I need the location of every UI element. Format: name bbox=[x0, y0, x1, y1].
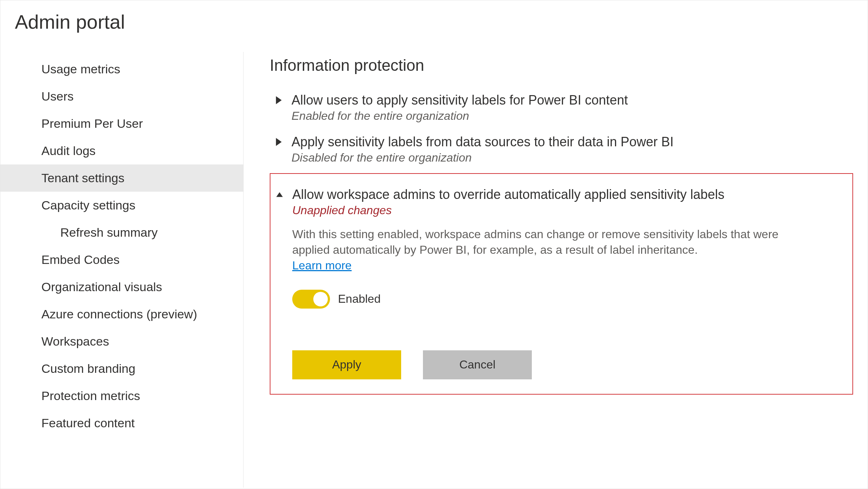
sidebar: Usage metrics Users Premium Per User Aud… bbox=[0, 52, 244, 488]
setting-content: Apply sensitivity labels from data sourc… bbox=[284, 134, 853, 164]
setting-status: Enabled for the entire organization bbox=[292, 109, 853, 123]
chevron-right-icon bbox=[273, 96, 284, 104]
section-title: Information protection bbox=[270, 56, 853, 74]
button-row: Apply Cancel bbox=[292, 350, 845, 379]
setting-status: Disabled for the entire organization bbox=[292, 151, 853, 164]
sidebar-item-tenant-settings[interactable]: Tenant settings bbox=[0, 164, 243, 192]
page-title: Admin portal bbox=[0, 0, 868, 33]
setting-description-text: With this setting enabled, workspace adm… bbox=[292, 228, 778, 256]
toggle-row: Enabled bbox=[292, 290, 845, 309]
apply-button[interactable]: Apply bbox=[292, 350, 401, 379]
sidebar-item-capacity-settings[interactable]: Capacity settings bbox=[0, 192, 243, 219]
setting-content: Allow workspace admins to override autom… bbox=[285, 187, 845, 379]
chevron-right-icon bbox=[273, 138, 284, 146]
setting-status-unapplied: Unapplied changes bbox=[292, 204, 845, 217]
setting-title: Allow workspace admins to override autom… bbox=[292, 187, 845, 202]
sidebar-item-workspaces[interactable]: Workspaces bbox=[0, 328, 243, 355]
sidebar-item-usage-metrics[interactable]: Usage metrics bbox=[0, 56, 243, 83]
sidebar-item-featured-content[interactable]: Featured content bbox=[0, 409, 243, 437]
setting-row-data-sources[interactable]: Apply sensitivity labels from data sourc… bbox=[270, 129, 853, 170]
sidebar-item-embed-codes[interactable]: Embed Codes bbox=[0, 246, 243, 273]
sidebar-item-protection-metrics[interactable]: Protection metrics bbox=[0, 382, 243, 409]
enabled-toggle[interactable] bbox=[292, 290, 330, 309]
sidebar-item-organizational-visuals[interactable]: Organizational visuals bbox=[0, 273, 243, 301]
learn-more-link[interactable]: Learn more bbox=[292, 259, 352, 272]
setting-title: Apply sensitivity labels from data sourc… bbox=[292, 134, 853, 150]
sidebar-item-users[interactable]: Users bbox=[0, 83, 243, 110]
setting-row-apply-labels[interactable]: Allow users to apply sensitivity labels … bbox=[270, 87, 853, 129]
toggle-knob bbox=[313, 292, 328, 306]
sidebar-item-custom-branding[interactable]: Custom branding bbox=[0, 355, 243, 382]
chevron-up-icon bbox=[274, 191, 285, 199]
setting-row-workspace-admins-override[interactable]: Allow workspace admins to override autom… bbox=[270, 181, 845, 379]
setting-description: With this setting enabled, workspace adm… bbox=[292, 227, 793, 274]
main-content: Information protection Allow users to ap… bbox=[244, 52, 868, 488]
setting-content: Allow users to apply sensitivity labels … bbox=[284, 93, 853, 123]
layout: Usage metrics Users Premium Per User Aud… bbox=[0, 52, 868, 488]
toggle-label: Enabled bbox=[338, 292, 380, 306]
setting-title: Allow users to apply sensitivity labels … bbox=[292, 93, 853, 108]
sidebar-item-premium-per-user[interactable]: Premium Per User bbox=[0, 110, 243, 137]
sidebar-item-audit-logs[interactable]: Audit logs bbox=[0, 137, 243, 164]
sidebar-item-refresh-summary[interactable]: Refresh summary bbox=[0, 219, 243, 246]
sidebar-item-azure-connections[interactable]: Azure connections (preview) bbox=[0, 301, 243, 328]
cancel-button[interactable]: Cancel bbox=[423, 350, 532, 379]
highlighted-setting: Allow workspace admins to override autom… bbox=[270, 173, 853, 395]
